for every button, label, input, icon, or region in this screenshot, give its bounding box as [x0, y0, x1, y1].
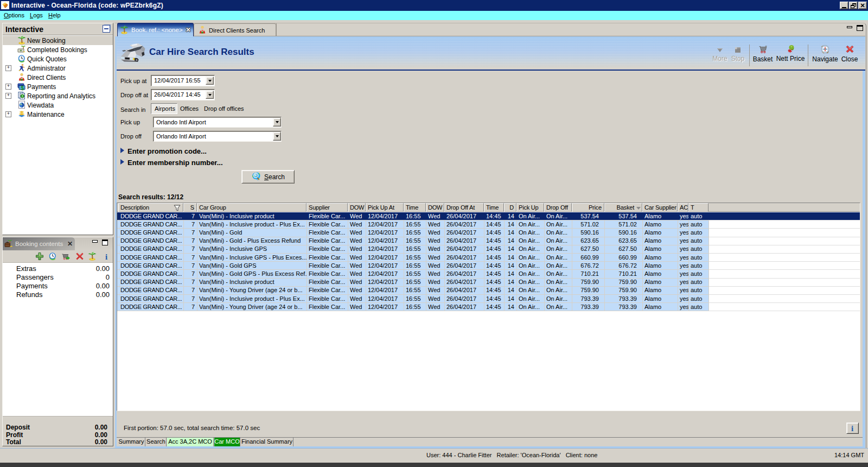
- svg-text:i: i: [851, 424, 853, 432]
- svg-text:i: i: [105, 253, 107, 261]
- svg-text:$: $: [21, 85, 24, 91]
